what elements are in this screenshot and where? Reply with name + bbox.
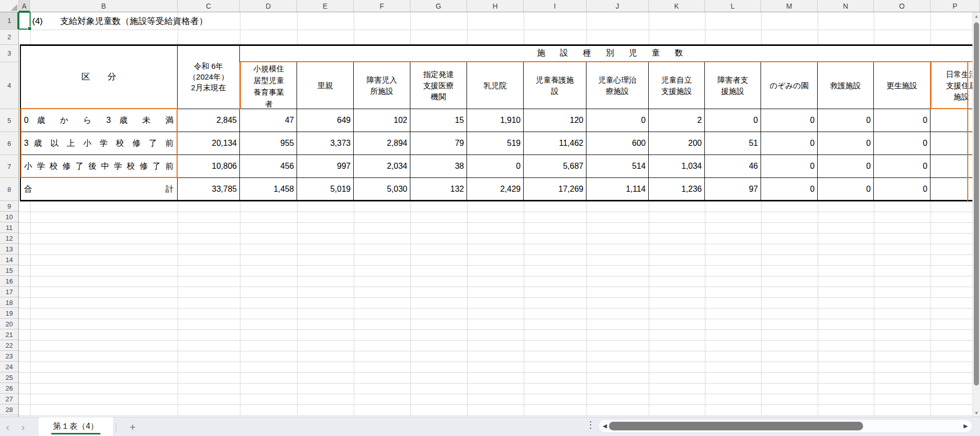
data-cell-r5-J[interactable]: 0	[586, 109, 649, 132]
column-header-N[interactable]: N	[818, 0, 874, 12]
row-header-23[interactable]: 23	[0, 351, 18, 362]
data-cell-r5-O[interactable]: 0	[874, 109, 930, 132]
data-cell-r5-M[interactable]: 0	[761, 109, 818, 132]
data-cell-r8-F[interactable]: 5,030	[354, 178, 410, 201]
column-header-E[interactable]: E	[297, 0, 354, 12]
header-cell-J[interactable]: 児童心理治療施設	[586, 62, 649, 109]
row-header-24[interactable]: 24	[0, 362, 18, 372]
add-sheet-button[interactable]: ＋	[128, 420, 137, 433]
data-cell-r6-I[interactable]: 11,462	[524, 132, 586, 155]
data-cell-r5-D[interactable]: 47	[240, 109, 297, 132]
row-header-5[interactable]: 5	[0, 109, 18, 132]
data-cell-r6-D[interactable]: 955	[240, 132, 297, 155]
data-cell-r6-O[interactable]: 0	[874, 132, 930, 155]
row-header-11[interactable]: 11	[0, 222, 18, 233]
column-header-J[interactable]: J	[586, 0, 649, 12]
data-cell-r6-G[interactable]: 79	[410, 132, 467, 155]
data-cell-r5-E[interactable]: 649	[297, 109, 354, 132]
header-cell-O[interactable]: 更生施設	[874, 62, 930, 109]
sheet-nav-prev-icon[interactable]: ‹	[0, 418, 15, 436]
row-header-28[interactable]: 28	[0, 404, 18, 415]
column-header-G[interactable]: G	[410, 0, 467, 12]
label-cell-r7[interactable]: 小 学 校 修 了 後 中 学 校 修 了 前	[20, 155, 178, 178]
data-cell-r8-D[interactable]: 1,458	[240, 178, 297, 201]
column-header-K[interactable]: K	[649, 0, 705, 12]
data-cell-r8-E[interactable]: 5,019	[297, 178, 354, 201]
header-cell-G[interactable]: 指定発達支援医療機関	[410, 62, 467, 109]
row-header-4[interactable]: 4	[0, 62, 18, 109]
scroll-left-icon[interactable]: ◀	[600, 420, 610, 432]
vertical-scrollbar[interactable]: ▲ ▼	[972, 12, 980, 417]
data-cell-r6-K[interactable]: 200	[649, 132, 705, 155]
header-cell-period[interactable]: 令和 6年（2024年）2月末現在	[178, 45, 240, 109]
row-header-26[interactable]: 26	[0, 383, 18, 394]
column-header-P[interactable]: P	[930, 0, 980, 12]
total-cell-r5[interactable]: 2,845	[178, 109, 240, 132]
data-cell-r8-K[interactable]: 1,236	[649, 178, 705, 201]
data-cell-r5-L[interactable]: 0	[705, 109, 761, 132]
header-cell-E[interactable]: 里親	[297, 62, 354, 109]
scroll-right-icon[interactable]: ▶	[961, 420, 971, 432]
row-header-13[interactable]: 13	[0, 244, 18, 254]
vertical-scroll-thumb[interactable]	[974, 22, 979, 386]
row-header-19[interactable]: 19	[0, 308, 18, 319]
data-cell-r6-J[interactable]: 600	[586, 132, 649, 155]
total-cell-r7[interactable]: 10,806	[178, 155, 240, 178]
scroll-down-icon[interactable]: ▼	[973, 411, 980, 416]
data-cell-r5-I[interactable]: 120	[524, 109, 586, 132]
data-cell-r5-G[interactable]: 15	[410, 109, 467, 132]
row-header-18[interactable]: 18	[0, 297, 18, 308]
data-cell-r6-F[interactable]: 2,894	[354, 132, 410, 155]
sheet-nav-next-icon[interactable]: ›	[15, 418, 31, 436]
data-cell-r7-G[interactable]: 38	[410, 155, 467, 178]
row-header-10[interactable]: 10	[0, 212, 18, 222]
data-cell-r6-H[interactable]: 519	[467, 132, 524, 155]
data-cell-r8-L[interactable]: 97	[705, 178, 761, 201]
cell-title[interactable]: (4) 支給対象児童数（施設等受給資格者）	[32, 12, 208, 30]
data-cell-r7-J[interactable]: 514	[586, 155, 649, 178]
data-cell-r7-O[interactable]: 0	[874, 155, 930, 178]
data-cell-r5-K[interactable]: 2	[649, 109, 705, 132]
data-cell-r5-F[interactable]: 102	[354, 109, 410, 132]
column-header-H[interactable]: H	[467, 0, 524, 12]
row-header-6[interactable]: 6	[0, 132, 18, 155]
row-header-16[interactable]: 16	[0, 276, 18, 287]
data-cell-r8-J[interactable]: 1,114	[586, 178, 649, 201]
column-header-C[interactable]: C	[178, 0, 240, 12]
data-cell-r7-M[interactable]: 0	[761, 155, 818, 178]
row-header-21[interactable]: 21	[0, 329, 18, 340]
data-cell-r7-F[interactable]: 2,034	[354, 155, 410, 178]
label-cell-r5[interactable]: 0 歳 か ら 3 歳 未 満	[20, 109, 178, 132]
label-cell-r6[interactable]: 3 歳 以 上 小 学 校 修 了 前	[20, 132, 178, 155]
data-cell-r5-N[interactable]: 0	[818, 109, 874, 132]
fill-handle[interactable]	[28, 27, 32, 31]
data-cell-r6-E[interactable]: 3,373	[297, 132, 354, 155]
data-cell-r6-L[interactable]: 51	[705, 132, 761, 155]
row-header-3[interactable]: 3	[0, 45, 18, 62]
total-cell-r6[interactable]: 20,134	[178, 132, 240, 155]
header-cell-K[interactable]: 児童自立支援施設	[649, 62, 705, 109]
header-group-band[interactable]: 施設種別児童数	[240, 45, 980, 62]
header-cell-H[interactable]: 乳児院	[467, 62, 524, 109]
row-header-2[interactable]: 2	[0, 30, 18, 45]
scroll-up-icon[interactable]: ▲	[973, 14, 980, 19]
data-cell-r8-I[interactable]: 17,269	[524, 178, 586, 201]
data-cell-r8-O[interactable]: 0	[874, 178, 930, 201]
data-cell-r8-H[interactable]: 2,429	[467, 178, 524, 201]
horizontal-scroll-thumb[interactable]	[609, 422, 863, 430]
data-cell-r8-N[interactable]: 0	[818, 178, 874, 201]
data-cell-r7-D[interactable]: 456	[240, 155, 297, 178]
sheet-tab-active[interactable]: 第１表（4）	[39, 417, 113, 436]
row-header-7[interactable]: 7	[0, 155, 18, 178]
column-header-B[interactable]: B	[30, 0, 178, 12]
row-header-14[interactable]: 14	[0, 254, 18, 265]
row-header-22[interactable]: 22	[0, 340, 18, 351]
row-header-27[interactable]: 27	[0, 394, 18, 404]
column-header-F[interactable]: F	[354, 0, 410, 12]
header-cell-F[interactable]: 障害児入所施設	[354, 62, 410, 109]
label-cell-r8[interactable]: 合 計	[20, 178, 178, 201]
data-cell-r7-K[interactable]: 1,034	[649, 155, 705, 178]
row-header-9[interactable]: 9	[0, 201, 18, 212]
horizontal-scrollbar[interactable]: ◀ ▶	[598, 419, 972, 433]
total-cell-r8[interactable]: 33,785	[178, 178, 240, 201]
